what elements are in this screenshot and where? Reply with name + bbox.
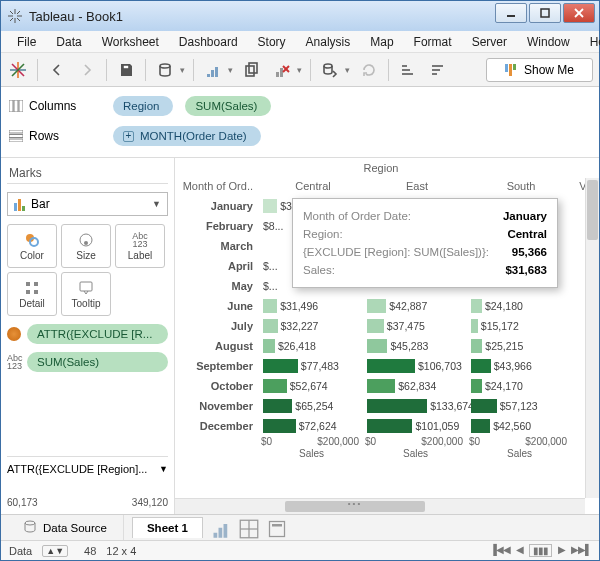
row-label[interactable]: February bbox=[175, 216, 261, 236]
chevron-down-icon[interactable]: ▼ bbox=[159, 464, 168, 474]
clear-sheet-icon[interactable] bbox=[271, 59, 293, 81]
marks-detail-card[interactable]: Detail bbox=[7, 272, 57, 316]
viz-cell[interactable]: $57,123 bbox=[469, 396, 573, 416]
menu-analysis[interactable]: Analysis bbox=[296, 33, 361, 51]
viz-cell[interactable]: $77,483 bbox=[261, 356, 365, 376]
chevron-down-icon: ▼ bbox=[152, 199, 161, 209]
column-header[interactable]: East bbox=[365, 176, 469, 196]
rows-pill-month[interactable]: +MONTH(Order Date) bbox=[113, 126, 261, 146]
viz-cell[interactable]: $42,560 bbox=[469, 416, 573, 436]
new-dashboard-icon[interactable] bbox=[239, 519, 259, 537]
svg-rect-51 bbox=[218, 527, 222, 537]
close-button[interactable] bbox=[563, 3, 595, 23]
menu-worksheet[interactable]: Worksheet bbox=[92, 33, 169, 51]
marks-attr-pill[interactable]: ATTR({EXCLUDE [R... bbox=[27, 324, 168, 344]
columns-pill-region[interactable]: Region bbox=[113, 96, 173, 116]
tableau-logo-icon[interactable] bbox=[7, 59, 29, 81]
row-label[interactable]: January bbox=[175, 196, 261, 216]
datasource-tab[interactable]: Data Source bbox=[7, 515, 124, 540]
svg-rect-38 bbox=[9, 135, 23, 138]
viz-cell[interactable]: $32,227 bbox=[261, 316, 365, 336]
duplicate-icon[interactable] bbox=[241, 59, 263, 81]
svg-rect-24 bbox=[280, 68, 283, 77]
viz-cell[interactable]: $101,059 bbox=[365, 416, 469, 436]
row-label[interactable]: May bbox=[175, 276, 261, 296]
menu-dashboard[interactable]: Dashboard bbox=[169, 33, 248, 51]
menu-format[interactable]: Format bbox=[404, 33, 462, 51]
menu-window[interactable]: Window bbox=[517, 33, 580, 51]
row-label[interactable]: July bbox=[175, 316, 261, 336]
maximize-button[interactable] bbox=[529, 3, 561, 23]
viz-cell[interactable]: $72,624 bbox=[261, 416, 365, 436]
minimize-button[interactable] bbox=[495, 3, 527, 23]
marks-type-selector[interactable]: Bar ▼ bbox=[7, 192, 168, 216]
svg-rect-18 bbox=[207, 74, 210, 77]
svg-point-43 bbox=[84, 241, 88, 245]
row-label[interactable]: March bbox=[175, 236, 261, 256]
viz-cell[interactable]: $37,475 bbox=[365, 316, 469, 336]
horizontal-scrollbar[interactable] bbox=[175, 498, 585, 514]
forward-icon[interactable] bbox=[76, 59, 98, 81]
marks-label-card[interactable]: Abc123Label bbox=[115, 224, 165, 268]
show-me-label: Show Me bbox=[524, 63, 574, 77]
viz-cell[interactable]: $52,674 bbox=[261, 376, 365, 396]
vertical-scrollbar[interactable] bbox=[585, 178, 599, 498]
columns-pill-sum-sales[interactable]: SUM(Sales) bbox=[185, 96, 271, 116]
detail-icon bbox=[24, 280, 40, 296]
new-worksheet-icon[interactable] bbox=[202, 59, 224, 81]
viz-cell[interactable]: $15,172 bbox=[469, 316, 573, 336]
menu-map[interactable]: Map bbox=[360, 33, 403, 51]
viz-cell[interactable]: $31,496 bbox=[261, 296, 365, 316]
svg-point-49 bbox=[25, 521, 35, 525]
menu-help[interactable]: Help bbox=[580, 33, 600, 51]
swap-icon[interactable] bbox=[319, 59, 341, 81]
row-label[interactable]: December bbox=[175, 416, 261, 436]
legend-title: ATTR({EXCLUDE [Region]... bbox=[7, 463, 155, 475]
marks-sum-pill[interactable]: SUM(Sales) bbox=[27, 352, 168, 372]
row-label[interactable]: August bbox=[175, 336, 261, 356]
expand-icon[interactable]: + bbox=[123, 131, 134, 142]
color-icon bbox=[24, 232, 40, 248]
svg-point-17 bbox=[160, 64, 170, 68]
marks-tooltip-card[interactable]: Tooltip bbox=[61, 272, 111, 316]
row-label[interactable]: September bbox=[175, 356, 261, 376]
viz-cell[interactable]: $24,180 bbox=[469, 296, 573, 316]
viz-cell[interactable]: $26,418 bbox=[261, 336, 365, 356]
marks-color-card[interactable]: Color bbox=[7, 224, 57, 268]
menu-file[interactable]: File bbox=[7, 33, 46, 51]
row-label[interactable]: November bbox=[175, 396, 261, 416]
save-icon[interactable] bbox=[115, 59, 137, 81]
viz-cell[interactable]: $24,170 bbox=[469, 376, 573, 396]
viz-cell[interactable]: $65,254 bbox=[261, 396, 365, 416]
viz-cell[interactable]: $43,966 bbox=[469, 356, 573, 376]
viz-cell[interactable]: $25,215 bbox=[469, 336, 573, 356]
status-data-caret[interactable]: ▲▼ bbox=[42, 545, 68, 557]
viz-cell[interactable]: $62,834 bbox=[365, 376, 469, 396]
menu-story[interactable]: Story bbox=[248, 33, 296, 51]
new-worksheet-icon[interactable] bbox=[211, 519, 231, 537]
new-datasource-icon[interactable] bbox=[154, 59, 176, 81]
svg-line-6 bbox=[17, 11, 20, 14]
sheet-tab[interactable]: Sheet 1 bbox=[132, 517, 203, 538]
sort-desc-icon[interactable] bbox=[427, 59, 449, 81]
nav-buttons[interactable]: ▐◀◀◀▮▮▮▶▶▶▌ bbox=[490, 544, 591, 557]
viz-cell[interactable]: $42,887 bbox=[365, 296, 469, 316]
refresh-icon[interactable] bbox=[358, 59, 380, 81]
marks-size-card[interactable]: Size bbox=[61, 224, 111, 268]
viz-cell[interactable]: $45,283 bbox=[365, 336, 469, 356]
row-label[interactable]: April bbox=[175, 256, 261, 276]
row-label[interactable]: October bbox=[175, 376, 261, 396]
viz-cell[interactable]: $133,674 bbox=[365, 396, 469, 416]
new-story-icon[interactable] bbox=[267, 519, 287, 537]
svg-rect-20 bbox=[215, 67, 218, 77]
menu-data[interactable]: Data bbox=[46, 33, 91, 51]
menu-server[interactable]: Server bbox=[462, 33, 517, 51]
viz-cell[interactable]: $106,703 bbox=[365, 356, 469, 376]
sort-asc-icon[interactable] bbox=[397, 59, 419, 81]
back-icon[interactable] bbox=[46, 59, 68, 81]
svg-line-7 bbox=[10, 18, 13, 21]
row-label[interactable]: June bbox=[175, 296, 261, 316]
show-me-button[interactable]: Show Me bbox=[486, 58, 593, 82]
column-header[interactable]: Central bbox=[261, 176, 365, 196]
column-header[interactable]: South bbox=[469, 176, 573, 196]
